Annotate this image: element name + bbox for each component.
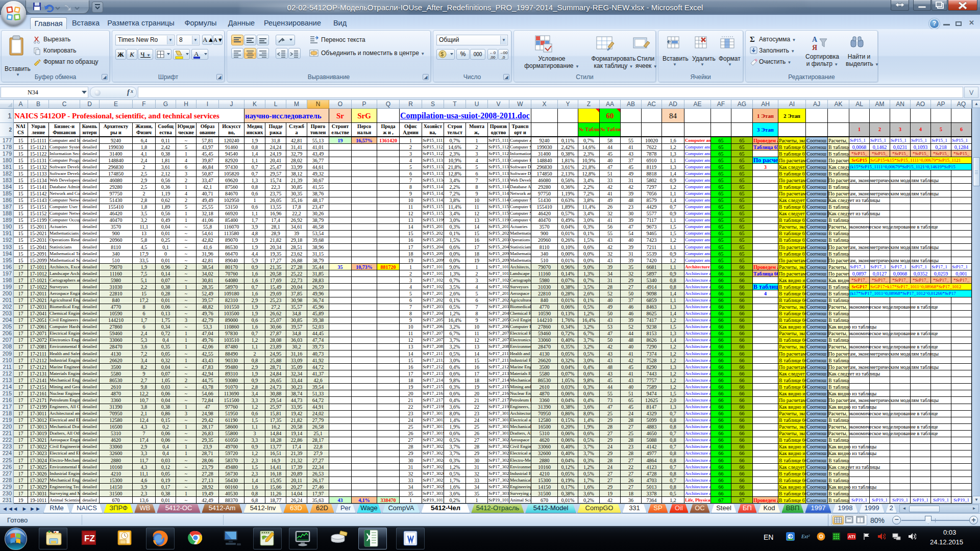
svg-text:ATI: ATI <box>848 534 855 539</box>
svg-text:Ext²: Ext² <box>801 534 810 539</box>
svg-text:$: $ <box>440 51 444 57</box>
svg-text:А: А <box>812 36 818 43</box>
svg-text:A: A <box>194 50 199 58</box>
svg-text:FZ: FZ <box>84 534 95 543</box>
svg-text:Я: Я <box>812 44 817 52</box>
